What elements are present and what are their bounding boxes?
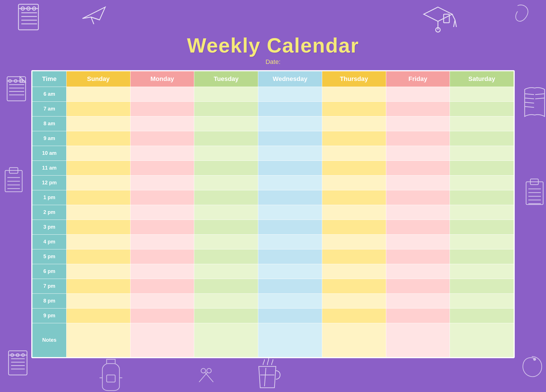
cell-friday-6pm[interactable]	[386, 264, 450, 279]
cell-wednesday-8am[interactable]	[258, 116, 322, 131]
cell-saturday-8am[interactable]	[450, 116, 514, 131]
cell-sunday-11am[interactable]	[67, 161, 131, 176]
cell-tuesday-3pm[interactable]	[194, 220, 258, 235]
cell-tuesday-4pm[interactable]	[194, 235, 258, 249]
cell-sunday-5pm[interactable]	[67, 249, 131, 264]
cell-sunday-6pm[interactable]	[67, 264, 131, 279]
cell-friday-9pm[interactable]	[386, 308, 450, 323]
cell-monday-7pm[interactable]	[130, 279, 194, 294]
cell-saturday-5pm[interactable]	[450, 249, 514, 264]
cell-thursday-9am[interactable]	[322, 131, 386, 146]
cell-monday-6am[interactable]	[130, 87, 194, 102]
cell-thursday-3pm[interactable]	[322, 220, 386, 235]
cell-wednesday-2pm[interactable]	[258, 205, 322, 220]
cell-saturday-8pm[interactable]	[450, 294, 514, 308]
cell-monday-9am[interactable]	[130, 131, 194, 146]
cell-friday-9am[interactable]	[386, 131, 450, 146]
cell-monday-8am[interactable]	[130, 116, 194, 131]
cell-sunday-8pm[interactable]	[67, 294, 131, 308]
cell-saturday-9am[interactable]	[450, 131, 514, 146]
cell-tuesday-10am[interactable]	[194, 146, 258, 161]
cell-friday-4pm[interactable]	[386, 235, 450, 249]
cell-thursday-12pm[interactable]	[322, 176, 386, 190]
cell-monday-4pm[interactable]	[130, 235, 194, 249]
cell-monday-2pm[interactable]	[130, 205, 194, 220]
cell-tuesday-6am[interactable]	[194, 87, 258, 102]
cell-monday-10am[interactable]	[130, 146, 194, 161]
cell-monday-5pm[interactable]	[130, 249, 194, 264]
notes-cell-wednesday[interactable]	[258, 323, 322, 357]
cell-saturday-9pm[interactable]	[450, 308, 514, 323]
cell-saturday-11am[interactable]	[450, 161, 514, 176]
cell-friday-12pm[interactable]	[386, 176, 450, 190]
cell-saturday-12pm[interactable]	[450, 176, 514, 190]
cell-tuesday-1pm[interactable]	[194, 190, 258, 205]
cell-thursday-1pm[interactable]	[322, 190, 386, 205]
cell-friday-8pm[interactable]	[386, 294, 450, 308]
cell-thursday-4pm[interactable]	[322, 235, 386, 249]
cell-monday-1pm[interactable]	[130, 190, 194, 205]
cell-wednesday-4pm[interactable]	[258, 235, 322, 249]
cell-sunday-7pm[interactable]	[67, 279, 131, 294]
cell-sunday-7am[interactable]	[67, 102, 131, 116]
cell-saturday-1pm[interactable]	[450, 190, 514, 205]
cell-tuesday-2pm[interactable]	[194, 205, 258, 220]
cell-sunday-8am[interactable]	[67, 116, 131, 131]
cell-monday-3pm[interactable]	[130, 220, 194, 235]
cell-wednesday-9am[interactable]	[258, 131, 322, 146]
cell-friday-8am[interactable]	[386, 116, 450, 131]
cell-friday-5pm[interactable]	[386, 249, 450, 264]
cell-tuesday-6pm[interactable]	[194, 264, 258, 279]
cell-sunday-3pm[interactable]	[67, 220, 131, 235]
cell-tuesday-8pm[interactable]	[194, 294, 258, 308]
cell-saturday-6am[interactable]	[450, 87, 514, 102]
notes-cell-monday[interactable]	[130, 323, 194, 357]
notes-cell-friday[interactable]	[386, 323, 450, 357]
cell-tuesday-12pm[interactable]	[194, 176, 258, 190]
cell-saturday-2pm[interactable]	[450, 205, 514, 220]
cell-monday-11am[interactable]	[130, 161, 194, 176]
cell-monday-7am[interactable]	[130, 102, 194, 116]
cell-sunday-4pm[interactable]	[67, 235, 131, 249]
cell-sunday-10am[interactable]	[67, 146, 131, 161]
cell-friday-7pm[interactable]	[386, 279, 450, 294]
cell-thursday-2pm[interactable]	[322, 205, 386, 220]
cell-saturday-4pm[interactable]	[450, 235, 514, 249]
cell-sunday-6am[interactable]	[67, 87, 131, 102]
cell-friday-3pm[interactable]	[386, 220, 450, 235]
cell-wednesday-7pm[interactable]	[258, 279, 322, 294]
cell-tuesday-8am[interactable]	[194, 116, 258, 131]
cell-sunday-9am[interactable]	[67, 131, 131, 146]
cell-tuesday-5pm[interactable]	[194, 249, 258, 264]
cell-friday-11am[interactable]	[386, 161, 450, 176]
cell-thursday-9pm[interactable]	[322, 308, 386, 323]
cell-thursday-10am[interactable]	[322, 146, 386, 161]
cell-wednesday-9pm[interactable]	[258, 308, 322, 323]
cell-tuesday-7pm[interactable]	[194, 279, 258, 294]
cell-sunday-2pm[interactable]	[67, 205, 131, 220]
notes-cell-sunday[interactable]	[67, 323, 131, 357]
cell-monday-12pm[interactable]	[130, 176, 194, 190]
cell-thursday-11am[interactable]	[322, 161, 386, 176]
cell-sunday-1pm[interactable]	[67, 190, 131, 205]
cell-wednesday-8pm[interactable]	[258, 294, 322, 308]
cell-saturday-3pm[interactable]	[450, 220, 514, 235]
cell-tuesday-11am[interactable]	[194, 161, 258, 176]
cell-wednesday-7am[interactable]	[258, 102, 322, 116]
cell-thursday-7pm[interactable]	[322, 279, 386, 294]
cell-wednesday-12pm[interactable]	[258, 176, 322, 190]
cell-thursday-6am[interactable]	[322, 87, 386, 102]
cell-tuesday-9am[interactable]	[194, 131, 258, 146]
cell-sunday-12pm[interactable]	[67, 176, 131, 190]
cell-tuesday-7am[interactable]	[194, 102, 258, 116]
cell-thursday-5pm[interactable]	[322, 249, 386, 264]
notes-cell-saturday[interactable]	[450, 323, 514, 357]
cell-wednesday-1pm[interactable]	[258, 190, 322, 205]
cell-wednesday-6pm[interactable]	[258, 264, 322, 279]
cell-wednesday-10am[interactable]	[258, 146, 322, 161]
cell-saturday-10am[interactable]	[450, 146, 514, 161]
cell-monday-8pm[interactable]	[130, 294, 194, 308]
notes-cell-thursday[interactable]	[322, 323, 386, 357]
cell-sunday-9pm[interactable]	[67, 308, 131, 323]
cell-friday-2pm[interactable]	[386, 205, 450, 220]
